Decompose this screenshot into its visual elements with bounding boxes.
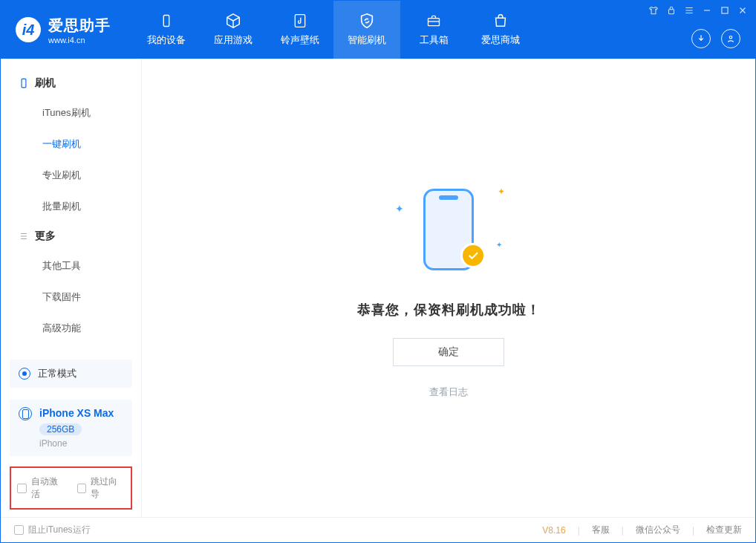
nav-tab-smart-flash[interactable]: 智能刷机 <box>333 1 400 59</box>
list-icon <box>19 231 29 241</box>
mode-label: 正常模式 <box>38 367 76 380</box>
music-file-icon <box>290 13 310 29</box>
sidebar-item-pro-flash[interactable]: 专业刷机 <box>1 160 141 191</box>
header-actions <box>691 29 740 48</box>
nav-tab-apps-games[interactable]: 应用游戏 <box>200 1 267 59</box>
device-icon <box>156 13 177 29</box>
sidebar-item-oneclick-flash[interactable]: 一键刷机 <box>1 129 141 160</box>
lock-icon[interactable] <box>666 5 677 16</box>
svg-rect-2 <box>428 19 440 26</box>
nav-label: 应用游戏 <box>214 33 252 47</box>
svg-point-5 <box>729 36 732 39</box>
app-subtitle: www.i4.cn <box>48 36 111 45</box>
window-controls <box>648 5 748 16</box>
ok-button[interactable]: 确定 <box>393 338 504 366</box>
mode-panel[interactable]: 正常模式 <box>10 360 132 388</box>
nav-label: 爱思商城 <box>481 33 520 47</box>
status-bar: 阻止iTunes运行 V8.16 | 客服 | 微信公众号 | 检查更新 <box>1 517 755 542</box>
svg-rect-1 <box>295 15 304 27</box>
success-illustration: ✦ ✦ ✦ <box>382 178 515 282</box>
app-title: 爱思助手 <box>48 16 111 36</box>
footer-link-update[interactable]: 检查更新 <box>706 524 742 536</box>
svg-rect-6 <box>22 79 26 88</box>
sidebar-group-flash: 刷机 <box>1 69 141 97</box>
download-button[interactable] <box>691 29 711 48</box>
menu-icon[interactable] <box>684 5 694 16</box>
svg-rect-0 <box>163 16 169 27</box>
nav-tab-store[interactable]: 爱思商城 <box>467 1 534 59</box>
sidebar-group-more: 更多 <box>1 222 141 250</box>
user-button[interactable] <box>721 29 740 48</box>
sidebar-group-title: 刷机 <box>35 77 56 90</box>
view-log-link[interactable]: 查看日志 <box>429 386 468 399</box>
nav-label: 智能刷机 <box>348 33 386 47</box>
maximize-button[interactable] <box>720 5 730 16</box>
minimize-button[interactable] <box>702 5 712 16</box>
cube-icon <box>223 13 244 29</box>
success-check-icon <box>460 243 486 268</box>
flash-options-highlight: 自动激活 跳过向导 <box>10 466 132 510</box>
sparkle-icon: ✦ <box>496 241 502 249</box>
shield-refresh-icon <box>356 13 377 29</box>
tshirt-icon[interactable] <box>648 5 659 16</box>
nav-tab-toolbox[interactable]: 工具箱 <box>400 1 467 59</box>
sidebar-item-advanced[interactable]: 高级功能 <box>1 313 141 344</box>
app-logo: i4 爱思助手 www.i4.cn <box>16 16 111 45</box>
success-message: 恭喜您，保资料刷机成功啦！ <box>357 301 541 319</box>
close-button[interactable] <box>737 5 748 16</box>
bag-icon <box>490 13 511 29</box>
nav-label: 我的设备 <box>147 33 186 47</box>
sidebar: 刷机 iTunes刷机 一键刷机 专业刷机 批量刷机 更多 其他工具 下载固件 … <box>1 59 142 517</box>
nav-tab-ringtones[interactable]: 铃声壁纸 <box>267 1 333 59</box>
main-content: ✦ ✦ ✦ 恭喜您，保资料刷机成功啦！ 确定 查看日志 <box>142 59 755 517</box>
mode-status-icon <box>19 368 30 380</box>
checkbox-block-itunes[interactable]: 阻止iTunes运行 <box>14 524 91 536</box>
app-header: i4 爱思助手 www.i4.cn 我的设备 应用游戏 铃声壁纸 智能刷机 工具… <box>1 1 755 59</box>
device-panel[interactable]: iPhone XS Max 256GB iPhone <box>10 400 132 456</box>
nav-tab-my-device[interactable]: 我的设备 <box>133 1 200 59</box>
checkbox-skip-guide[interactable]: 跳过向导 <box>77 475 126 501</box>
svg-rect-4 <box>722 7 728 13</box>
sparkle-icon: ✦ <box>498 186 505 197</box>
device-icon <box>19 407 32 420</box>
nav-label: 铃声壁纸 <box>281 33 319 47</box>
sidebar-group-title: 更多 <box>35 230 56 243</box>
footer-link-wechat[interactable]: 微信公众号 <box>636 524 680 536</box>
nav-label: 工具箱 <box>420 33 449 47</box>
device-type: iPhone <box>39 438 114 449</box>
sidebar-item-batch-flash[interactable]: 批量刷机 <box>1 191 141 222</box>
toolbox-icon <box>423 13 444 29</box>
svg-rect-3 <box>669 10 674 14</box>
phone-icon <box>19 77 29 89</box>
logo-icon: i4 <box>16 17 41 42</box>
device-storage: 256GB <box>39 423 82 435</box>
checkbox-auto-activate[interactable]: 自动激活 <box>17 475 65 501</box>
sidebar-item-download-firmware[interactable]: 下载固件 <box>1 282 141 313</box>
version-label: V8.16 <box>542 525 565 536</box>
device-name: iPhone XS Max <box>39 407 114 419</box>
sidebar-item-other-tools[interactable]: 其他工具 <box>1 250 141 282</box>
app-body: 刷机 iTunes刷机 一键刷机 专业刷机 批量刷机 更多 其他工具 下载固件 … <box>1 59 755 517</box>
sparkle-icon: ✦ <box>395 203 404 215</box>
sidebar-item-itunes-flash[interactable]: iTunes刷机 <box>1 97 141 129</box>
nav-tabs: 我的设备 应用游戏 铃声壁纸 智能刷机 工具箱 爱思商城 <box>133 1 534 59</box>
footer-link-service[interactable]: 客服 <box>592 524 610 536</box>
